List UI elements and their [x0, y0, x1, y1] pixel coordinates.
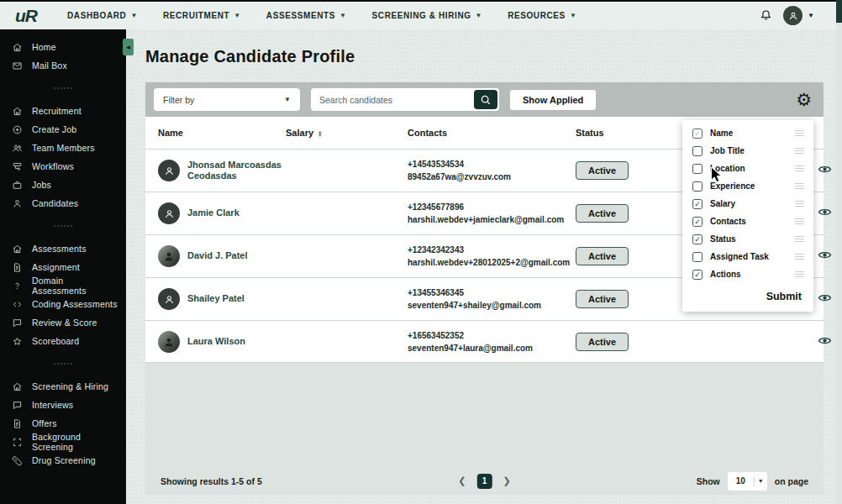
show-applied-button[interactable]: Show Applied [510, 90, 596, 110]
checkbox-checked[interactable]: ✓ [692, 129, 703, 139]
create-job-icon [11, 123, 23, 135]
column-toggle-contacts[interactable]: ✓ Contacts [682, 213, 813, 230]
sidebar-item-assessments[interactable]: Assessments [0, 239, 126, 258]
scrollbar-thumb[interactable] [836, 0, 842, 23]
next-page-icon[interactable]: ❯ [503, 475, 511, 486]
sidebar-item-review-score[interactable]: Review & Score [0, 313, 126, 332]
column-label: Contacts [710, 217, 746, 226]
nav-item-dashboard[interactable]: DASHBOARD▼ [67, 11, 138, 20]
sidebar-item-team-members[interactable]: Team Members [0, 139, 126, 157]
topbar-right: ▼ [759, 6, 824, 25]
column-toggle-status[interactable]: ✓ Status [682, 230, 813, 248]
drag-handle-icon[interactable] [795, 201, 804, 207]
sidebar-item-interviews[interactable]: Interviews [0, 396, 126, 414]
column-toggle-assigned-task[interactable]: Assigned Task [682, 248, 813, 265]
status-badge[interactable]: Active [576, 204, 629, 223]
sort-icon[interactable]: ▲▼ [318, 130, 322, 138]
sidebar-item-label: Workflows [32, 161, 74, 171]
status-badge[interactable]: Active [576, 290, 629, 308]
search-button[interactable] [474, 90, 497, 109]
checkbox-unchecked[interactable] [692, 181, 703, 192]
col-header-contacts[interactable]: Contacts [408, 128, 576, 138]
checkbox-checked[interactable]: ✓ [692, 199, 703, 209]
sidebar-item-label: Jobs [32, 180, 51, 190]
candidate-avatar [158, 160, 180, 181]
nav-item-screening-hiring[interactable]: SCREENING & HIRING▼ [372, 11, 483, 20]
candidate-name: Jamie Clark [187, 207, 239, 218]
candidate-name: David J. Patel [187, 250, 248, 261]
sidebar-item-candidates[interactable]: Candidates [0, 194, 126, 213]
view-candidate-eye-icon[interactable] [818, 249, 832, 260]
view-candidate-eye-icon[interactable] [818, 292, 832, 303]
view-candidate-eye-icon[interactable] [818, 207, 832, 218]
nav-item-resources[interactable]: RESOURCES▼ [508, 11, 576, 20]
sidebar-item-jobs[interactable]: Jobs [0, 176, 126, 194]
results-summary: Showing results 1-5 of 5 [161, 476, 262, 486]
column-toggle-location[interactable]: Location [682, 160, 813, 177]
sidebar-item-mail-box[interactable]: Mail Box [0, 56, 126, 75]
sidebar-item-home[interactable]: Home [0, 38, 126, 56]
candidate-row-laura-wilson[interactable]: Laura Wilson +16563452352 seventen947+la… [145, 320, 824, 363]
view-candidate-eye-icon[interactable] [818, 164, 832, 175]
status-badge[interactable]: Active [576, 161, 629, 180]
checkbox-unchecked[interactable] [692, 146, 703, 156]
notifications-bell-icon[interactable] [759, 8, 773, 23]
col-header-salary[interactable]: Salary▲▼ [286, 128, 408, 138]
column-toggle-name[interactable]: ✓ Name [682, 124, 813, 142]
nav-item-assessments[interactable]: ASSESSMENTS▼ [266, 11, 347, 20]
column-toggle-salary[interactable]: ✓ Salary [682, 195, 813, 213]
search-input[interactable] [311, 95, 474, 105]
sidebar-item-background-screening[interactable]: Background Screening [0, 433, 126, 451]
checkbox-checked[interactable]: ✓ [692, 217, 703, 227]
sidebar-item-scoreboard[interactable]: Scoreboard [0, 332, 126, 350]
sidebar-item-assignment[interactable]: Assignment [0, 258, 126, 276]
drag-handle-icon[interactable] [795, 130, 804, 136]
drag-handle-icon[interactable] [795, 218, 804, 224]
submit-button[interactable]: Submit [682, 283, 813, 312]
offers-icon [11, 417, 23, 429]
prev-page-icon[interactable]: ❮ [458, 475, 466, 486]
user-menu[interactable]: ▼ [783, 6, 814, 25]
person-icon [163, 207, 176, 220]
sidebar-item-coding-assessments[interactable]: Coding Assessments [0, 295, 126, 313]
person-photo [162, 335, 176, 349]
checkbox-unchecked[interactable] [692, 164, 703, 174]
brand-logo[interactable]: uR [15, 6, 37, 26]
sidebar-item-drug-screening[interactable]: Drug Screening [0, 451, 126, 470]
sidebar-item-label: Candidates [32, 198, 78, 208]
candidate-name: Shailey Patel [187, 293, 245, 304]
drag-handle-icon[interactable] [795, 148, 804, 154]
checkbox-unchecked[interactable] [692, 252, 703, 262]
per-page-value: 10 [728, 476, 754, 486]
status-badge[interactable]: Active [576, 333, 629, 351]
team-members-icon [11, 142, 23, 154]
checkbox-checked[interactable]: ✓ [692, 234, 703, 244]
col-header-name[interactable]: Name [158, 128, 286, 138]
column-toggle-actions[interactable]: ✓ Actions [682, 265, 813, 283]
sidebar-item-screening-hiring[interactable]: Screening & Hiring [0, 377, 126, 396]
sidebar-item-workflows[interactable]: Workflows [0, 157, 126, 176]
view-candidate-eye-icon[interactable] [818, 335, 832, 346]
candidate-email: seventen947+laura@gmail.com [408, 342, 576, 354]
sidebar-collapse-button[interactable]: ◄ [123, 39, 134, 55]
per-page-select[interactable]: 10 ▼ [728, 472, 767, 491]
filter-by-dropdown[interactable]: Filter by ▼ [154, 88, 300, 111]
column-toggle-job-title[interactable]: Job Title [682, 142, 813, 160]
drag-handle-icon[interactable] [795, 183, 804, 189]
checkbox-checked[interactable]: ✓ [692, 270, 703, 280]
column-toggle-experience[interactable]: Experience [682, 177, 813, 195]
page-scrollbar[interactable] [836, 0, 842, 504]
name-cell: Jhonsad Marcoasdas Ceodasdas [158, 160, 286, 181]
page-number-badge[interactable]: 1 [477, 474, 492, 489]
sidebar-item-domain-assessments[interactable]: Domain Assessments [0, 276, 126, 295]
drag-handle-icon[interactable] [795, 271, 804, 277]
status-badge[interactable]: Active [576, 247, 629, 265]
sidebar-item-offers[interactable]: Offers [0, 414, 126, 433]
sidebar-item-create-job[interactable]: Create Job [0, 120, 126, 139]
drag-handle-icon[interactable] [795, 236, 804, 242]
nav-item-recruitment[interactable]: RECRUITMENT▼ [163, 11, 241, 20]
drag-handle-icon[interactable] [795, 165, 804, 171]
sidebar-item-recruitment[interactable]: Recruitment [0, 102, 126, 120]
column-settings-gear-icon[interactable]: ⚙ [796, 91, 812, 108]
drag-handle-icon[interactable] [795, 254, 804, 260]
